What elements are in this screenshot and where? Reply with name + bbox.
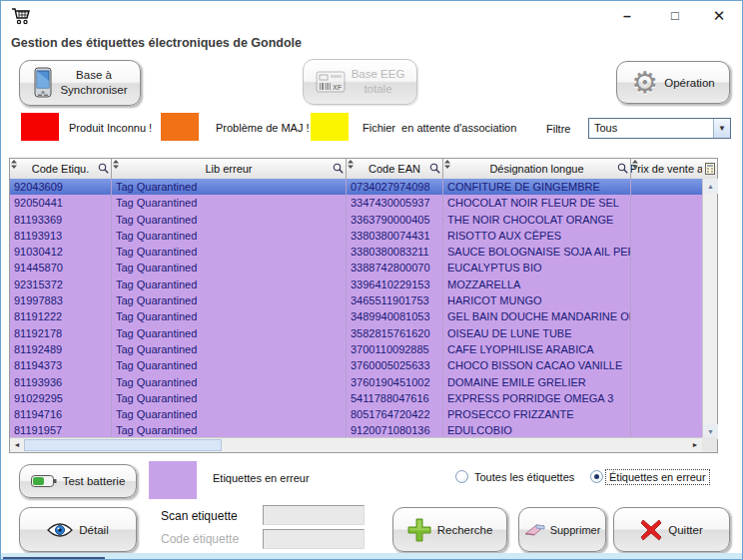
minimize-button[interactable]: – [612, 3, 642, 29]
horizontal-scrollbar[interactable]: ◄ ► [10, 437, 702, 452]
search-label: Recherche [437, 524, 493, 536]
test-battery-label: Test batterie [63, 475, 126, 487]
table-row[interactable]: 81192489 Tag Quarantined 3700110092885 C… [10, 341, 702, 357]
calculator-icon [705, 163, 715, 175]
table-row[interactable]: 81192178 Tag Quarantined 3582815761620 O… [10, 325, 702, 341]
table-row[interactable]: 81194373 Tag Quarantined 3760005025633 C… [10, 357, 702, 373]
shopping-cart-icon [11, 6, 31, 26]
legend-swatch-yellow [311, 113, 349, 141]
column-header-designation[interactable]: Désignation longue [443, 159, 631, 179]
x-icon [640, 519, 662, 541]
gear-icon: ⚙ [631, 68, 658, 98]
radio-all-labels-label[interactable]: Toutes les étiquettes [474, 471, 574, 483]
table-row[interactable]: 91029295 Tag Quarantined 5411788047616 E… [10, 390, 702, 406]
legend-label-unknown: Produit Inconnu ! [69, 122, 152, 134]
svg-text:XF: XF [333, 84, 343, 91]
maximize-button[interactable]: □ [660, 3, 690, 29]
column-header-prix[interactable]: Prix de vente a [631, 159, 702, 179]
battery-icon [31, 474, 57, 488]
scroll-right-icon[interactable]: ► [688, 438, 702, 452]
table-row[interactable]: 81191222 Tag Quarantined 3489940081053 G… [10, 308, 702, 324]
table-row[interactable]: 81193369 Tag Quarantined 3363790000405 T… [10, 212, 702, 228]
filter-dropdown-value: Tous [589, 119, 713, 138]
table-row[interactable]: 92315372 Tag Quarantined 3396410229153 M… [10, 277, 702, 292]
app-window: – □ ✕ Gestion des étiquettes électroniqu… [0, 0, 743, 560]
column-header-code-etiq[interactable]: Code Etiqu. [10, 159, 112, 179]
filter-dropdown[interactable]: Tous ▼ [588, 118, 731, 139]
search-icon[interactable] [98, 163, 109, 174]
test-battery-button[interactable]: Test batterie [19, 464, 137, 498]
column-header-lib-erreur[interactable]: Lib erreur [112, 159, 347, 179]
barcode-card-icon: XF [316, 71, 346, 93]
legend-label-association: Fichier en attente d'association [363, 122, 516, 134]
scrollbar-thumb[interactable] [24, 439, 222, 451]
scrollbar-corner [702, 437, 717, 452]
pda-device-icon [32, 67, 54, 99]
sort-icon [11, 160, 17, 169]
sort-icon [348, 160, 354, 169]
title-bar: – □ ✕ [1, 1, 742, 33]
table-row[interactable]: 92050441 Tag Quarantined 3347430005937 C… [10, 195, 702, 211]
column-chooser-button[interactable] [702, 159, 717, 179]
table-row[interactable]: 81194716 Tag Quarantined 8051764720422 P… [10, 406, 702, 422]
eeg-base-button[interactable]: XF Base EEG totale [303, 59, 417, 105]
eye-icon [47, 522, 73, 538]
column-header-code-ean[interactable]: Code EAN [347, 159, 443, 179]
radio-all-labels[interactable] [455, 470, 468, 483]
radio-error-labels[interactable] [590, 470, 603, 483]
sort-icon [113, 160, 119, 169]
delete-button[interactable]: Supprimer [518, 507, 606, 552]
sync-base-label: Base à Synchroniser [60, 68, 127, 98]
labels-table: Code Etiqu. Lib erreur Code EAN Désignat… [9, 158, 718, 453]
radio-error-labels-label[interactable]: Étiquettes en erreur [605, 469, 710, 485]
filter-label: Filtre [546, 123, 570, 135]
sort-icon [444, 160, 450, 169]
chevron-down-icon[interactable]: ▼ [713, 119, 730, 138]
scan-input[interactable] [263, 505, 365, 525]
error-legend-label: Etiquettes en erreur [213, 472, 310, 484]
legend-label-maj: Problème de MAJ ! [216, 122, 310, 134]
detail-label: Détail [79, 524, 108, 536]
scroll-up-icon[interactable]: ▲ [703, 179, 718, 194]
table-row[interactable]: 81193936 Tag Quarantined 3760190451002 D… [10, 374, 702, 390]
legend-swatch-red [21, 113, 59, 141]
scan-label: Scan etiquette [161, 509, 238, 523]
search-icon[interactable] [429, 163, 440, 174]
radio-dot [594, 474, 599, 479]
search-icon[interactable] [617, 163, 628, 174]
table-row[interactable]: 91030412 Tag Quarantined 3380380083211 S… [10, 244, 702, 260]
code-label: Code étiquette [161, 532, 239, 546]
search-icon[interactable] [333, 163, 344, 174]
legend-swatch-purple [149, 461, 197, 499]
vertical-scrollbar[interactable]: ▲ ▼ [702, 179, 717, 439]
operation-label: Opération [664, 77, 715, 89]
clipped-bottom-strip [1, 553, 743, 560]
table-row[interactable]: 81193913 Tag Quarantined 3380380074431 R… [10, 228, 702, 244]
table-header-row: Code Etiqu. Lib erreur Code EAN Désignat… [10, 159, 717, 179]
code-input[interactable] [263, 529, 365, 549]
plus-icon [407, 518, 431, 542]
operation-button[interactable]: ⚙ Opération [616, 61, 730, 104]
eraser-icon [524, 522, 546, 538]
delete-label: Supprimer [550, 524, 601, 536]
page-title: Gestion des étiquettes électroniques de … [11, 36, 302, 50]
detail-button[interactable]: Détail [19, 507, 137, 552]
scroll-left-icon[interactable]: ◄ [10, 438, 24, 452]
quit-label: Quitter [668, 524, 703, 536]
legend-swatch-orange [161, 113, 199, 141]
table-row[interactable]: 91445870 Tag Quarantined 3388742800070 E… [10, 260, 702, 276]
table-body: 92043609 Tag Quarantined 0734027974098 C… [10, 179, 702, 439]
table-row[interactable]: 91997883 Tag Quarantined 3465511901753 H… [10, 292, 702, 308]
sync-base-button[interactable]: Base à Synchroniser [19, 60, 141, 106]
close-button[interactable]: ✕ [704, 3, 734, 29]
search-button[interactable]: Recherche [392, 507, 507, 552]
table-row[interactable]: 92043609 Tag Quarantined 0734027974098 C… [10, 179, 702, 195]
eeg-base-label: Base EEG totale [352, 67, 405, 97]
quit-button[interactable]: Quitter [613, 507, 730, 552]
sort-icon [632, 160, 638, 169]
